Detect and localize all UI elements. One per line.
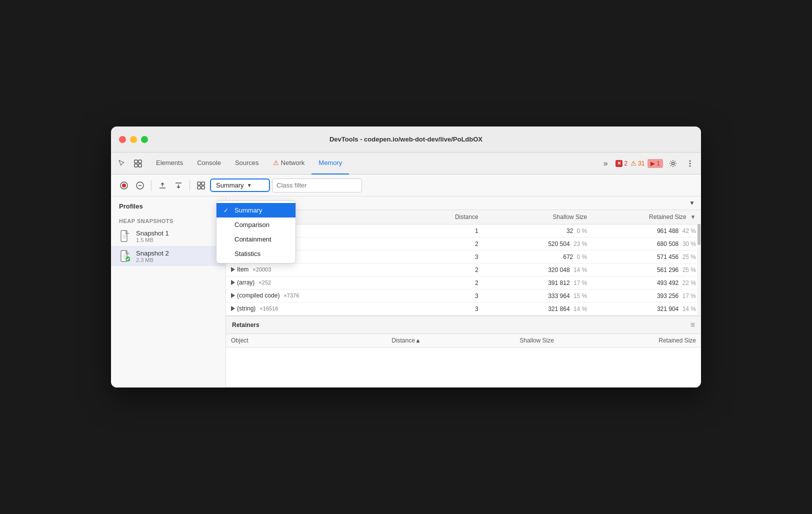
distance-cell: 2	[424, 238, 484, 250]
clear-button[interactable]	[133, 178, 147, 192]
shallow-cell: 672 0 %	[484, 250, 592, 264]
devtools-window: DevTools - codepen.io/web-dot-dev/live/P…	[111, 126, 701, 388]
table-container[interactable]: Constructor Distance Shallow Size Retain…	[226, 210, 701, 316]
retained-cell: 571 456 25 %	[592, 250, 701, 264]
sidebar: Profiles HEAP SNAPSHOTS Snapshot 1	[111, 196, 226, 388]
main-content: Summary ▼ ✓ Summary Comparison	[111, 174, 701, 388]
retainers-th-shallow[interactable]: Shallow Size	[426, 334, 559, 348]
tab-elements[interactable]: Elements	[149, 152, 190, 174]
retainers-empty-row	[226, 348, 701, 388]
tab-network[interactable]: ⚠ Network	[266, 152, 312, 174]
svg-rect-15	[198, 186, 200, 189]
heap-table: Constructor Distance Shallow Size Retain…	[226, 210, 701, 316]
dropdown-item-containment[interactable]: Containment	[216, 232, 296, 246]
table-row[interactable]: Item ×20003 2 320 048 14 %	[226, 264, 701, 276]
tab-sources[interactable]: Sources	[228, 152, 266, 174]
distance-cell: 1	[424, 224, 484, 238]
tab-right-area: » ✕ 2 ⚠ 31 ▶ 1	[598, 156, 697, 170]
inspect-icon[interactable]	[131, 156, 145, 170]
expand-icon[interactable]	[231, 280, 235, 285]
svg-rect-0	[118, 160, 120, 161]
scrollbar-track[interactable]	[697, 210, 701, 316]
expand-icon[interactable]	[231, 293, 235, 298]
table-row[interactable]: (string) ×16516 3 321 864 14 %	[226, 302, 701, 316]
toolbar-separator-1	[151, 180, 152, 191]
snapshot-2[interactable]: Snapshot 2 2.3 MB	[111, 246, 226, 266]
dropdown-item-summary[interactable]: ✓ Summary	[216, 203, 296, 218]
window-title: DevTools - codepen.io/web-dot-dev/live/P…	[330, 136, 482, 143]
sidebar-title: Profiles	[111, 202, 226, 214]
retainers-th-retained[interactable]: Retained Size	[559, 334, 701, 348]
retainers-header: Retainers ≡	[226, 316, 701, 334]
tabbar: Elements Console Sources ⚠ Network Memor…	[111, 152, 701, 174]
th-shallow-size[interactable]: Shallow Size	[484, 210, 592, 224]
dropdown-item-statistics[interactable]: Statistics	[216, 246, 296, 261]
summary-select[interactable]: Summary ▼	[210, 178, 270, 192]
shallow-cell: 391 812 17 %	[484, 276, 592, 290]
svg-rect-1	[134, 160, 138, 163]
summary-select-wrapper: Summary ▼ ✓ Summary Comparison	[210, 178, 270, 192]
devtools-left-icons	[115, 156, 145, 170]
toolbar-separator-2	[190, 180, 190, 191]
maximize-button[interactable]	[141, 136, 148, 143]
svg-rect-13	[198, 182, 200, 185]
retainers-header-row: Object Distance▲ Shallow Size Retained S…	[226, 334, 701, 348]
retained-cell: 561 296 25 %	[592, 264, 701, 276]
snapshot-dropdown[interactable]: ▼	[689, 200, 695, 206]
record-button[interactable]	[117, 178, 131, 192]
constructor-cell: (string) ×16516	[226, 302, 424, 316]
svg-rect-14	[202, 182, 204, 185]
retained-cell: 393 256 17 %	[592, 290, 701, 302]
snapshot-2-icon	[119, 249, 131, 263]
table-row[interactable]: (compiled code) ×7376 3 333 964 15 %	[226, 290, 701, 302]
constructor-cell: Item ×20003	[226, 264, 424, 276]
table-row[interactable]: (array) ×252 2 391 812 17 %	[226, 276, 701, 290]
class-filter-input[interactable]	[272, 178, 362, 192]
retainers-title: Retainers	[232, 322, 260, 328]
table-row[interactable]: 26 2 520 504 23 % 680 508	[226, 238, 701, 250]
minimize-button[interactable]	[130, 136, 137, 143]
info-badge: ▶ 1	[648, 159, 663, 168]
retained-cell: 961 488 42 %	[592, 224, 701, 238]
check-icon: ✓	[224, 207, 230, 214]
error-badge: ✕ 2	[616, 160, 628, 167]
warning-badge: ⚠ 31	[630, 160, 644, 167]
retainers-menu-icon[interactable]: ≡	[690, 320, 695, 330]
download-button[interactable]	[172, 178, 186, 192]
distance-cell: 2	[424, 276, 484, 290]
more-options-icon[interactable]	[683, 156, 697, 170]
th-retained-size[interactable]: Retained Size ▼	[592, 210, 701, 224]
settings-icon[interactable]	[666, 156, 680, 170]
more-tabs-button[interactable]: »	[598, 156, 612, 170]
upload-button[interactable]	[156, 178, 170, 192]
close-button[interactable]	[119, 136, 126, 143]
info-badge-icon: ▶	[650, 160, 655, 167]
svg-rect-3	[134, 164, 138, 167]
filter-button[interactable]	[194, 178, 208, 192]
tab-memory[interactable]: Memory	[312, 152, 349, 174]
snapshot-1-icon	[119, 229, 131, 243]
distance-cell: 2	[424, 264, 484, 276]
th-distance[interactable]: Distance	[424, 210, 484, 224]
distance-cell: 3	[424, 290, 484, 302]
tab-console[interactable]: Console	[190, 152, 228, 174]
snapshot-1[interactable]: Snapshot 1 1.5 MB	[111, 226, 226, 246]
cursor-icon[interactable]	[115, 156, 129, 170]
table-row[interactable]: Array ×42 3 672 0 % 571	[226, 250, 701, 264]
retainers-th-object[interactable]: Object	[226, 334, 308, 348]
network-warning-icon: ⚠	[273, 159, 279, 166]
shallow-cell: 32 0 %	[484, 224, 592, 238]
expand-icon[interactable]	[231, 267, 235, 272]
svg-point-10	[122, 184, 126, 188]
table-body: ://cdpn.io 1 32 0 % 961 488	[226, 224, 701, 316]
table-row[interactable]: ://cdpn.io 1 32 0 % 961 488	[226, 224, 701, 238]
shallow-cell: 321 864 14 %	[484, 302, 592, 316]
expand-icon[interactable]	[231, 306, 235, 311]
toolbar: Summary ▼ ✓ Summary Comparison	[111, 174, 701, 196]
dropdown-item-comparison[interactable]: Comparison	[216, 218, 296, 232]
retainers-th-distance[interactable]: Distance▲	[308, 334, 426, 348]
error-icon: ✕	[616, 160, 622, 167]
constructor-cell: (array) ×252	[226, 276, 424, 290]
svg-rect-4	[138, 164, 142, 167]
summary-label: Summary	[216, 182, 244, 189]
